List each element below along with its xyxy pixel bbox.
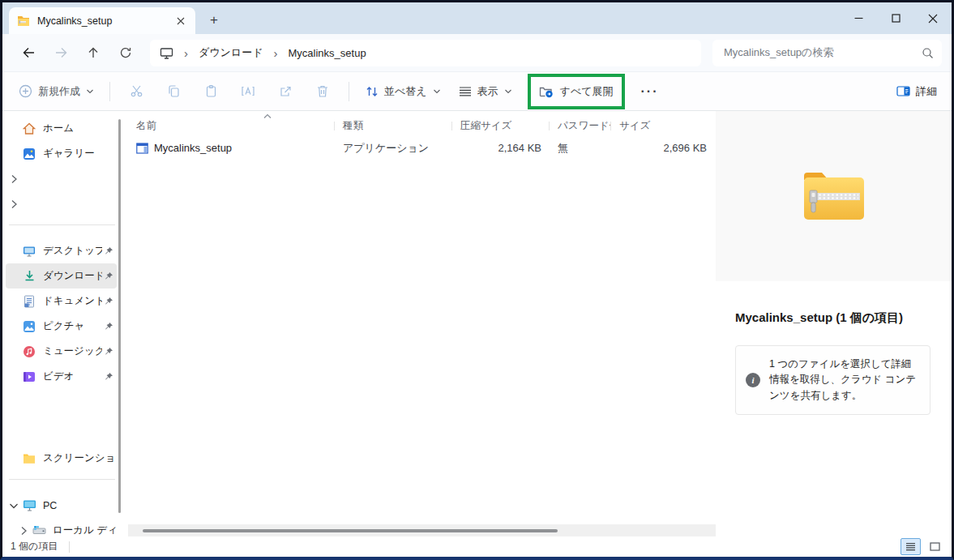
sidebar-item-label: PC (43, 500, 117, 511)
pin-icon (102, 297, 115, 306)
file-name: Mycalinks_setup (154, 142, 232, 154)
pictures-icon (22, 320, 36, 333)
search-placeholder: Mycalinks_setupの検索 (724, 45, 922, 60)
maximize-button[interactable] (877, 2, 914, 34)
sidebar-scrollbar[interactable] (118, 119, 121, 513)
file-type: アプリケーション (335, 141, 452, 156)
forward-button[interactable] (45, 39, 77, 66)
search-icon (922, 47, 934, 59)
sidebar-expander[interactable] (6, 191, 117, 216)
sidebar-item-desktop[interactable]: デスクトップ (6, 238, 117, 263)
sort-button[interactable]: 並べ替え (357, 78, 450, 105)
breadcrumb-current-folder[interactable]: Mycalinks_setup (289, 47, 366, 59)
list-lines-icon (459, 86, 472, 97)
column-header-type[interactable]: 種類 (335, 119, 452, 133)
horizontal-scrollbar[interactable] (128, 524, 716, 536)
sidebar-item-screenshots[interactable]: スクリーンショット (6, 446, 117, 471)
sidebar-expander[interactable] (6, 166, 117, 191)
sidebar-item-downloads[interactable]: ダウンロード (6, 263, 117, 289)
toolbar-divider (109, 82, 110, 101)
rename-icon (241, 84, 255, 98)
details-pane: Mycalinks_setup (1 個の項目) i 1 つのファイルを選択して… (716, 111, 952, 536)
sidebar-item-music[interactable]: ミュージック (6, 339, 117, 364)
sidebar-item-local-disk[interactable]: ローカル ディスク (6, 518, 117, 536)
pc-icon (22, 499, 36, 511)
breadcrumb-chevron-icon: › (181, 46, 191, 60)
sort-label: 並べ替え (384, 84, 427, 99)
sidebar-item-home[interactable]: ホーム (6, 116, 117, 141)
sidebar-item-label: デスクトップ (43, 244, 102, 258)
new-tab-button[interactable]: + (203, 10, 225, 31)
pin-icon (102, 372, 115, 382)
home-icon (22, 122, 36, 135)
refresh-button[interactable] (109, 39, 142, 66)
this-pc-icon (160, 47, 173, 59)
icons-view-icon (930, 542, 940, 551)
sidebar-item-label: ホーム (43, 122, 117, 135)
pin-icon (102, 347, 115, 357)
local-disk-icon (32, 525, 46, 536)
extract-all-label: すべて展開 (560, 84, 614, 99)
see-more-button[interactable]: ··· (631, 84, 669, 99)
sidebar-item-documents[interactable]: ドキュメント (6, 289, 117, 314)
up-button[interactable] (77, 39, 109, 66)
tab-close-button[interactable] (173, 13, 189, 29)
extract-folder-icon (539, 85, 554, 98)
videos-icon (22, 371, 36, 383)
sidebar-item-gallery[interactable]: ギャラリー (6, 141, 117, 166)
file-list: 名前 種類 圧縮サイズ パスワード保... サイズ Mycalinks_setu… (128, 111, 716, 536)
column-header-compressed-size[interactable]: 圧縮サイズ (452, 119, 550, 133)
search-box[interactable]: Mycalinks_setupの検索 (712, 40, 942, 66)
details-info-text: 1 つのファイルを選択して詳細情報を取得し、クラウド コンテンツを共有します。 (769, 357, 920, 404)
minimize-button[interactable] (840, 2, 877, 34)
sidebar-item-pictures[interactable]: ピクチャ (6, 314, 117, 339)
sidebar-item-videos[interactable]: ビデオ (6, 364, 117, 389)
sidebar-item-label: ローカル ディスク (53, 524, 117, 536)
chevron-down-icon (433, 88, 441, 95)
downloads-icon (22, 270, 36, 282)
file-row[interactable]: Mycalinks_setup アプリケーション 2,164 KB 無 2,69… (128, 136, 716, 160)
details-view-icon (905, 542, 916, 551)
zip-folder-icon (17, 15, 30, 27)
application-file-icon (136, 143, 148, 154)
details-info-card: i 1 つのファイルを選択して詳細情報を取得し、クラウド コンテンツを共有します… (735, 345, 930, 415)
address-bar[interactable]: › ダウンロード › Mycalinks_setup (150, 40, 701, 66)
view-button[interactable]: 表示 (450, 78, 521, 105)
title-bar: Mycalinks_setup + (2, 2, 952, 34)
close-button[interactable] (914, 2, 952, 34)
sidebar-item-pc[interactable]: PC (6, 493, 117, 518)
toolbar-divider (349, 82, 349, 101)
copy-button[interactable] (155, 78, 192, 105)
horizontal-scrollbar-thumb[interactable] (143, 529, 558, 532)
rename-button[interactable] (229, 78, 267, 105)
new-item-button[interactable]: 新規作成 (11, 78, 102, 105)
music-icon (22, 345, 36, 358)
paste-button[interactable] (192, 78, 229, 105)
details-view-button[interactable] (901, 538, 921, 555)
extract-all-button[interactable]: すべて展開 (533, 78, 620, 105)
share-button[interactable] (267, 78, 304, 105)
chevron-right-icon (15, 525, 32, 536)
column-header-name[interactable]: 名前 (128, 119, 335, 133)
status-bar: 1 個の項目 (2, 536, 952, 557)
explorer-tab[interactable]: Mycalinks_setup (9, 7, 195, 34)
chevron-right-icon (6, 199, 22, 210)
large-icons-view-button[interactable] (925, 538, 945, 555)
explorer-body: ホーム ギャラリー (2, 111, 952, 536)
view-toggle-group (901, 538, 952, 555)
preview-area (716, 111, 952, 281)
column-header-size[interactable]: サイズ (611, 119, 715, 133)
chevron-down-icon (504, 88, 512, 95)
details-pane-toggle-button[interactable]: 詳細 (890, 78, 943, 105)
cut-button[interactable] (118, 78, 155, 105)
breadcrumb-downloads[interactable]: ダウンロード (199, 45, 263, 60)
breadcrumb-chevron-icon: › (271, 46, 281, 60)
back-button[interactable] (12, 39, 45, 66)
column-header-password[interactable]: パスワード保... (550, 119, 611, 133)
new-item-label: 新規作成 (38, 84, 80, 99)
delete-button[interactable] (304, 78, 341, 105)
sidebar-item-label: スクリーンショット (43, 451, 117, 465)
documents-icon (22, 295, 36, 308)
details-toggle-label: 詳細 (916, 84, 937, 99)
file-compressed-size: 2,164 KB (452, 142, 550, 154)
